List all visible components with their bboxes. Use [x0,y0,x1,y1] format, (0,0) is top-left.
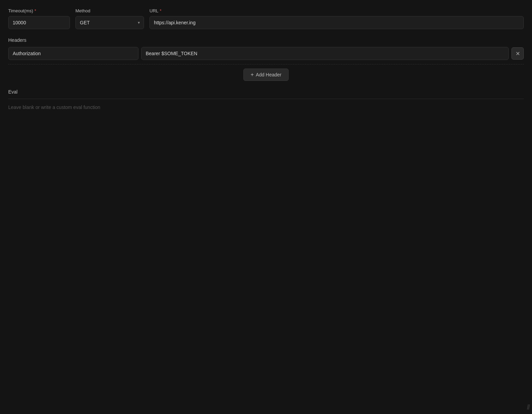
method-field-group: Method GET POST PUT DELETE PATCH HEAD OP… [75,8,144,29]
add-header-divider [8,64,524,64]
header-row: ✕ [8,47,524,60]
url-label: URL * [149,8,524,13]
timeout-label-text: Timeout(ms) [8,8,33,13]
timeout-input[interactable] [8,16,70,29]
method-select[interactable]: GET POST PUT DELETE PATCH HEAD OPTIONS [75,16,144,29]
header-key-input[interactable] [8,47,138,60]
eval-textarea[interactable] [8,99,524,304]
plus-icon: + [251,72,254,78]
add-header-button-label: Add Header [256,72,281,77]
url-required-star: * [160,8,161,13]
timeout-required-star: * [34,8,36,13]
url-label-text: URL [149,8,158,13]
method-select-wrapper: GET POST PUT DELETE PATCH HEAD OPTIONS ▾ [75,16,144,29]
headers-section: Headers ✕ + Add Header [8,37,524,81]
eval-section: Eval [8,89,524,305]
bottom-right-decoration: // [527,403,529,411]
eval-label: Eval [8,89,524,95]
url-input[interactable] [149,16,524,29]
add-header-row: + Add Header [8,69,524,81]
method-label: Method [75,8,144,13]
header-value-input[interactable] [141,47,509,60]
timeout-field-group: Timeout(ms) * [8,8,70,29]
timeout-label: Timeout(ms) * [8,8,70,13]
add-header-button[interactable]: + Add Header [243,69,289,81]
url-field-group: URL * [149,8,524,29]
close-icon: ✕ [516,50,520,57]
method-label-text: Method [75,8,90,13]
headers-label: Headers [8,37,524,43]
remove-header-button[interactable]: ✕ [511,47,524,60]
